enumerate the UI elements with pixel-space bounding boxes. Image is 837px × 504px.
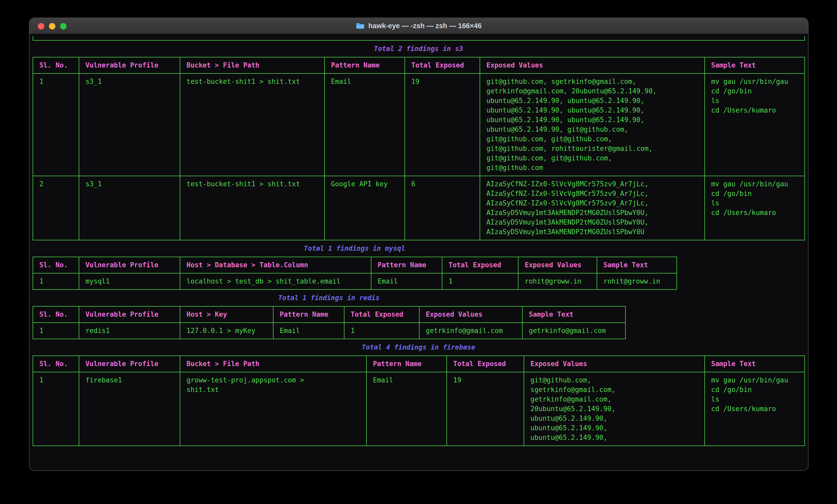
section-title-s3: Total 2 findings in s3	[33, 44, 804, 54]
findings-sections: Total 2 findings in s3Sl. No.Vulnerable …	[33, 44, 805, 446]
column-header: Total Exposed	[442, 257, 518, 273]
previous-table-bottom-border	[33, 36, 805, 41]
table-cell: firebase1	[79, 372, 180, 446]
findings-table-firebase: Sl. No.Vulnerable ProfileBucket > File P…	[33, 355, 805, 446]
column-header: Sample Text	[597, 257, 677, 273]
header-row: Sl. No.Vulnerable ProfileHost > Database…	[33, 257, 677, 273]
table-cell: Email	[273, 323, 344, 339]
table-cell: 1	[33, 273, 79, 290]
table-cell: 19	[405, 73, 480, 176]
table-cell: mv gau /usr/bin/gau cd /go/bin ls cd /Us…	[705, 73, 805, 176]
findings-table-mysql: Sl. No.Vulnerable ProfileHost > Database…	[33, 257, 677, 290]
column-header: Bucket > File Path	[180, 356, 367, 372]
header-row: Sl. No.Vulnerable ProfileBucket > File P…	[33, 356, 805, 372]
table-cell: rohit@groww.in	[597, 273, 677, 290]
column-header: Vulnerable Profile	[79, 57, 180, 73]
table-cell: Email	[324, 73, 405, 176]
table-cell: localhost > test_db > shit_table.email	[180, 273, 371, 290]
findings-table-s3: Sl. No.Vulnerable ProfileBucket > File P…	[33, 57, 805, 240]
table-cell: 1	[442, 273, 518, 290]
column-header: Total Exposed	[447, 356, 524, 372]
minimize-button[interactable]	[49, 23, 55, 30]
column-header: Vulnerable Profile	[79, 356, 180, 372]
table-cell: test-bucket-shit1 > shit.txt	[180, 176, 324, 240]
table-cell: getrkinfo@gmail.com	[419, 323, 522, 339]
column-header: Pattern Name	[324, 57, 405, 73]
column-header: Vulnerable Profile	[79, 306, 180, 323]
table-cell: mysql1	[79, 273, 180, 290]
window-titlebar[interactable]: hawk-eye — -zsh — zsh — 166×46	[30, 18, 808, 34]
column-header: Total Exposed	[344, 306, 419, 323]
table-cell: getrkinfo@gmail.com	[522, 323, 625, 339]
section-title-firebase: Total 4 findings in firebase	[33, 342, 804, 352]
column-header: Sl. No.	[33, 257, 79, 273]
table-row: 1s3_1test-bucket-shit1 > shit.txtEmail19…	[33, 73, 805, 176]
column-header: Exposed Values	[480, 57, 705, 73]
table-cell: 127.0.0.1 > myKey	[180, 323, 273, 339]
column-header: Bucket > File Path	[180, 57, 324, 73]
table-row: 1redis1127.0.0.1 > myKeyEmail1getrkinfo@…	[33, 323, 625, 339]
findings-section-s3: Total 2 findings in s3Sl. No.Vulnerable …	[33, 44, 804, 240]
findings-table-redis: Sl. No.Vulnerable ProfileHost > KeyPatte…	[33, 306, 626, 339]
traffic-lights	[38, 18, 67, 34]
close-button[interactable]	[38, 23, 44, 30]
column-header: Sample Text	[705, 356, 805, 372]
column-header: Exposed Values	[524, 356, 705, 372]
column-header: Pattern Name	[273, 306, 344, 323]
table-cell: mv gau /usr/bin/gau cd /go/bin ls cd /Us…	[705, 176, 805, 240]
column-header: Pattern Name	[371, 257, 442, 273]
section-title-redis: Total 1 findings in redis	[33, 293, 625, 303]
table-cell: 1	[33, 323, 79, 339]
column-header: Host > Database > Table.Column	[180, 257, 371, 273]
findings-section-mysql: Total 1 findings in mysqlSl. No.Vulnerab…	[33, 244, 676, 290]
table-cell: git@github.com, sgetrkinfo@gmail.com, ge…	[524, 372, 705, 446]
table-cell: mv gau /usr/bin/gau cd /go/bin ls cd /Us…	[705, 372, 805, 446]
findings-section-firebase: Total 4 findings in firebaseSl. No.Vulne…	[33, 342, 804, 446]
terminal-content[interactable]: Total 2 findings in s3Sl. No.Vulnerable …	[30, 34, 808, 470]
column-header: Pattern Name	[367, 356, 447, 372]
table-cell: Email	[367, 372, 447, 446]
table-cell: Email	[371, 273, 442, 290]
section-title-mysql: Total 1 findings in mysql	[33, 244, 676, 253]
column-header: Exposed Values	[419, 306, 522, 323]
table-cell: s3_1	[79, 73, 180, 176]
table-cell: 1	[33, 372, 79, 446]
column-header: Exposed Values	[518, 257, 597, 273]
column-header: Sl. No.	[33, 57, 79, 73]
window-title: hawk-eye — -zsh — zsh — 166×46	[368, 22, 481, 30]
table-cell: git@github.com, sgetrkinfo@gmail.com, ge…	[480, 73, 705, 176]
table-row: 2s3_1test-bucket-shit1 > shit.txtGoogle …	[33, 176, 805, 240]
header-row: Sl. No.Vulnerable ProfileHost > KeyPatte…	[33, 306, 625, 323]
table-cell: 6	[405, 176, 480, 240]
column-header: Host > Key	[180, 306, 273, 323]
table-row: 1mysql1localhost > test_db > shit_table.…	[33, 273, 677, 290]
table-row: 1firebase1groww-test-proj.appspot.com > …	[33, 372, 805, 446]
terminal-window: hawk-eye — -zsh — zsh — 166×46 Total 2 f…	[29, 18, 808, 471]
table-cell: 19	[447, 372, 524, 446]
table-cell: AIzaSyCfNZ-IZx0-SlVcVg8MCr575zv9_Ar7jLc,…	[480, 176, 705, 240]
folder-icon	[356, 22, 364, 29]
table-cell: s3_1	[79, 176, 180, 240]
table-cell: redis1	[79, 323, 180, 339]
table-cell: Google API key	[324, 176, 405, 240]
table-cell: test-bucket-shit1 > shit.txt	[180, 73, 324, 176]
header-row: Sl. No.Vulnerable ProfileBucket > File P…	[33, 57, 805, 73]
column-header: Sl. No.	[33, 356, 79, 372]
zoom-button[interactable]	[60, 23, 67, 30]
table-cell: groww-test-proj.appspot.com > shit.txt	[180, 372, 367, 446]
table-cell: 2	[33, 176, 79, 240]
column-header: Sample Text	[522, 306, 625, 323]
column-header: Sample Text	[705, 57, 805, 73]
table-cell: 1	[33, 73, 79, 176]
table-cell: rohit@groww.in	[518, 273, 597, 290]
column-header: Sl. No.	[33, 306, 79, 323]
column-header: Total Exposed	[405, 57, 480, 73]
findings-section-redis: Total 1 findings in redisSl. No.Vulnerab…	[33, 293, 625, 339]
table-cell: 1	[344, 323, 419, 339]
column-header: Vulnerable Profile	[79, 257, 180, 273]
